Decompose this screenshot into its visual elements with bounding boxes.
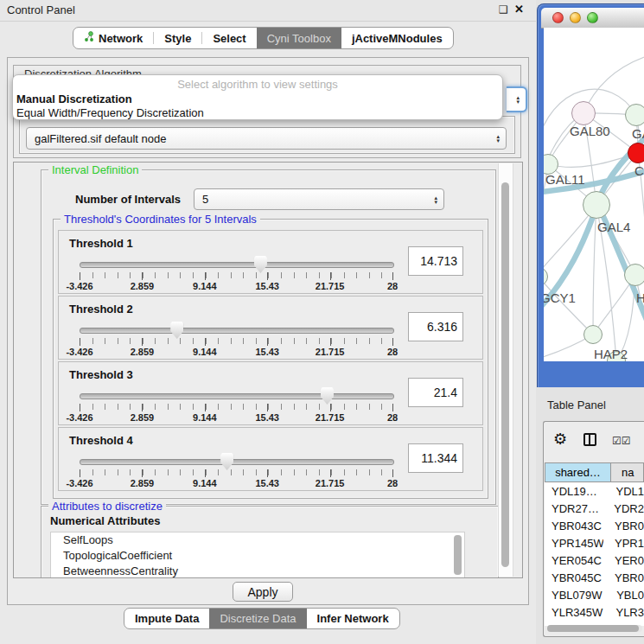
- tab-infer-network[interactable]: Infer Network: [307, 609, 399, 628]
- apply-button[interactable]: Apply: [233, 582, 293, 602]
- minimize-traffic-light-icon[interactable]: [570, 12, 581, 23]
- tick-label: 21.715: [316, 347, 345, 357]
- table-cell: YLR345W: [545, 606, 604, 619]
- tab-jactivemnodules[interactable]: jActiveMNodules: [341, 28, 453, 48]
- major-tick: [392, 272, 393, 280]
- tick-label: 2.859: [131, 347, 155, 357]
- table-row[interactable]: YBR043CYBR0: [545, 517, 644, 534]
- interval-definition-group: Interval Definition Number of Intervals …: [41, 169, 496, 505]
- table-row[interactable]: YLR345WYLR3: [545, 603, 644, 621]
- table-cell: YBR0: [603, 520, 644, 532]
- table-cell: YBR043C: [545, 520, 603, 532]
- tab-style[interactable]: Style: [154, 28, 201, 48]
- major-tick: [142, 404, 143, 411]
- group-title: Threshold's Coordinates for 5 Intervals: [61, 213, 260, 226]
- table-row[interactable]: YBR045CYBR0: [545, 569, 644, 586]
- table-cell: YDL19…: [545, 485, 604, 498]
- node-label-gcy1: GCY1: [544, 290, 576, 305]
- select-checkboxes-icon[interactable]: ☑☑: [612, 435, 631, 447]
- close-traffic-light-icon[interactable]: [552, 12, 564, 23]
- threshold-label: Threshold 2: [69, 303, 133, 316]
- attributes-list[interactable]: SelfLoopsTopologicalCoefficientBetweenne…: [50, 532, 465, 578]
- slider-thumb-icon[interactable]: [220, 453, 233, 470]
- threshold-slider[interactable]: [80, 459, 394, 465]
- node-top-right[interactable]: [625, 104, 644, 126]
- network-icon: [84, 31, 94, 45]
- attribute-list-item[interactable]: SelfLoops: [51, 532, 464, 548]
- attribute-list-item[interactable]: TopologicalCoefficient: [51, 548, 464, 564]
- tab-cyni-toolbox[interactable]: Cyni Toolbox: [257, 28, 341, 48]
- gear-icon[interactable]: ⚙: [553, 430, 567, 449]
- tick-label: 2.859: [131, 412, 155, 423]
- major-tick: [330, 338, 331, 346]
- node-gal4[interactable]: [583, 191, 610, 219]
- major-tick: [80, 272, 80, 280]
- threshold-slider[interactable]: [80, 262, 394, 268]
- spinner-icon: ▴▾: [434, 195, 437, 204]
- node-gal80[interactable]: [571, 101, 596, 125]
- threshold-value-field[interactable]: 14.713: [408, 246, 463, 276]
- table-row[interactable]: YDL19…YDL1: [545, 482, 644, 500]
- close-icon[interactable]: ✕: [514, 3, 524, 16]
- threshold-value-field[interactable]: 21.4: [408, 378, 463, 407]
- columns-icon[interactable]: [583, 433, 596, 446]
- scrollbar-thumb[interactable]: [547, 625, 639, 632]
- threshold-value-field[interactable]: 6.316: [408, 312, 463, 341]
- threshold-value-field[interactable]: 11.344: [408, 443, 463, 473]
- tick-label: 21.715: [316, 412, 345, 423]
- tick-label: 15.43: [255, 281, 279, 291]
- threshold-row: Threshold 2-3.4262.8599.14415.4321.71528…: [58, 296, 483, 360]
- network-canvas[interactable]: GAL80 GA C GAL11 GAL4 GCY1 H HAP2: [544, 28, 644, 361]
- number-of-intervals-label: Number of Intervals: [75, 193, 181, 206]
- scrollbar-thumb[interactable]: [501, 182, 509, 567]
- node-hap2[interactable]: [583, 325, 603, 344]
- horizontal-scrollbar[interactable]: [547, 625, 642, 632]
- list-scrollbar[interactable]: [454, 535, 462, 575]
- table-header-row: shared… na: [545, 462, 644, 482]
- top-tab-bar: Network Style Select Cyni Toolbox jActiv…: [73, 27, 454, 49]
- threshold-slider[interactable]: [80, 328, 394, 334]
- tab-discretize-data[interactable]: Discretize Data: [209, 609, 306, 628]
- column-header-shared-name[interactable]: shared…: [545, 462, 611, 482]
- dropdown-option-equal-width[interactable]: Equal Width/Frequency Discretization: [16, 106, 502, 119]
- network-view-window: GAL80 GA C GAL11 GAL4 GCY1 H HAP2: [538, 4, 644, 387]
- node-label-partial: GA: [632, 126, 644, 141]
- node-selected-red[interactable]: [628, 143, 644, 163]
- combobox-value: galFiltered.sif default node: [35, 132, 166, 145]
- table-panel: ⚙ ☑☑ shared… na YDL19…YDL1YDR27…YDR2YBR0…: [543, 421, 644, 637]
- zoom-traffic-light-icon[interactable]: [587, 12, 598, 23]
- tick-label: -3.426: [66, 412, 92, 423]
- algorithm-combobox[interactable]: ▴▾: [507, 86, 527, 112]
- tab-network[interactable]: Network: [73, 28, 153, 48]
- tab-label: Discretize Data: [220, 612, 296, 625]
- table-row[interactable]: YPR145WYPR1: [545, 534, 644, 552]
- table-row[interactable]: YBL079WYBL0: [545, 586, 644, 603]
- number-of-intervals-combobox[interactable]: 5 ▴▾: [194, 188, 444, 210]
- table-data-combobox[interactable]: galFiltered.sif default node ▴▾: [26, 127, 507, 150]
- group-title: Attributes to discretize: [48, 500, 166, 513]
- column-header-name[interactable]: na: [611, 462, 644, 482]
- table-row[interactable]: YER054CYER0: [545, 552, 644, 569]
- tab-impute-data[interactable]: Impute Data: [124, 609, 209, 628]
- vertical-scrollbar[interactable]: [498, 163, 513, 577]
- table-row[interactable]: YDR27…YDR2: [545, 500, 644, 517]
- slider-thumb-icon[interactable]: [254, 256, 267, 273]
- slider-thumb-icon[interactable]: [321, 387, 334, 405]
- float-icon[interactable]: ❑: [499, 3, 508, 16]
- major-tick: [267, 404, 268, 411]
- tick-label: 15.43: [255, 478, 279, 488]
- table-cell: YDL1: [604, 485, 644, 498]
- dropdown-option-manual[interactable]: Manual Discretization: [16, 92, 502, 105]
- threshold-slider[interactable]: [80, 393, 394, 399]
- table-cell: YPR145W: [545, 537, 603, 550]
- major-tick: [142, 272, 143, 280]
- slider-thumb-icon[interactable]: [170, 322, 183, 339]
- tick-label: -3.426: [66, 347, 92, 357]
- tab-label: jActiveMNodules: [352, 32, 443, 45]
- attribute-list-item[interactable]: BetweennessCentrality: [51, 564, 464, 578]
- node-right-mid[interactable]: [624, 264, 644, 286]
- network-window-titlebar[interactable]: [541, 8, 644, 29]
- slider-ticks: [80, 338, 394, 344]
- tab-select[interactable]: Select: [202, 28, 256, 48]
- threshold-rows: Threshold 1-3.4262.8599.14415.4321.71528…: [58, 230, 483, 493]
